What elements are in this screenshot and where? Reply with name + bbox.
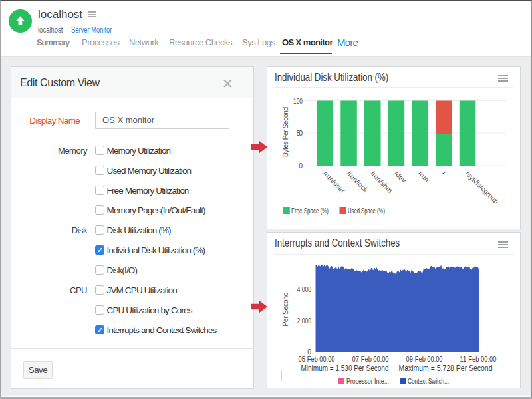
svg-text:05-Feb 00:00: 05-Feb 00:00 — [299, 355, 335, 363]
svg-text:100: 100 — [293, 97, 303, 105]
svg-text:4,000: 4,000 — [297, 285, 312, 293]
svg-text:/run/lock: /run/lock — [346, 169, 370, 194]
svg-text:2,000: 2,000 — [297, 317, 312, 325]
svg-text:0: 0 — [299, 162, 303, 170]
svg-text:Bytes Per Second: Bytes Per Second — [282, 107, 289, 157]
svg-text:Used Space (%): Used Space (%) — [348, 207, 385, 215]
svg-text:50: 50 — [297, 129, 303, 137]
svg-text:/run: /run — [417, 169, 431, 183]
svg-text:09-Feb 00:00: 09-Feb 00:00 — [406, 355, 443, 363]
svg-text:/run/user: /run/user — [322, 169, 347, 194]
svg-text:/run/shm: /run/shm — [369, 169, 394, 194]
svg-text:Maximum = 5,728 Per Second: Maximum = 5,728 Per Second — [399, 364, 493, 373]
svg-text:Per Second: Per Second — [281, 292, 289, 326]
svg-text:07-Feb 00:00: 07-Feb 00:00 — [352, 355, 389, 363]
svg-text:Processor Inte...: Processor Inte... — [346, 377, 389, 385]
svg-text:/: / — [440, 169, 448, 176]
svg-text:/dev: /dev — [393, 169, 408, 184]
svg-text:11-Feb 00:00: 11-Feb 00:00 — [460, 355, 497, 363]
svg-text:Context Switch...: Context Switch... — [408, 377, 449, 385]
svg-text:Free Space (%): Free Space (%) — [291, 207, 329, 215]
svg-text:/sys/fs/cgroup: /sys/fs/cgroup — [464, 169, 500, 205]
svg-text:Minimum = 1,530 Per Second: Minimum = 1,530 Per Second — [301, 364, 389, 373]
